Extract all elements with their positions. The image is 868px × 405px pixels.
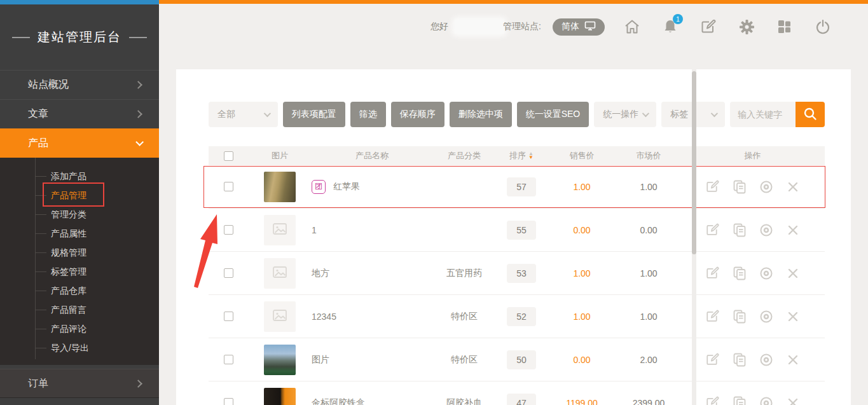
language-pill-button[interactable]: 简体	[553, 18, 605, 36]
copy-icon[interactable]	[733, 223, 747, 237]
edit-icon[interactable]	[706, 396, 720, 405]
sidebar-item-label: 文章	[28, 107, 48, 121]
product-thumbnail[interactable]	[264, 388, 296, 405]
view-icon[interactable]	[759, 180, 773, 194]
product-thumbnail[interactable]	[264, 258, 296, 289]
sale-price: 0.00	[573, 355, 590, 365]
row-checkbox[interactable]	[224, 268, 233, 278]
home-icon[interactable]	[624, 18, 640, 35]
select-all-checkbox[interactable]	[224, 151, 233, 161]
search-input[interactable]	[730, 102, 796, 127]
delete-icon[interactable]	[786, 310, 800, 324]
sort-value[interactable]: 52	[507, 307, 536, 326]
edit-icon[interactable]	[706, 353, 720, 367]
sort-arrows-icon[interactable]: ▲▼	[528, 152, 534, 160]
view-icon[interactable]	[759, 266, 773, 280]
delete-icon[interactable]	[786, 180, 800, 194]
filter-all-dropdown[interactable]: 全部	[209, 102, 278, 127]
submenu-item-label: 产品管理	[51, 190, 86, 200]
edit-icon[interactable]	[706, 266, 720, 280]
submenu-item[interactable]: 添加产品	[0, 167, 159, 186]
save-order-button[interactable]: 保存顺序	[391, 102, 444, 127]
sort-value[interactable]: 55	[507, 221, 536, 240]
header-sort[interactable]: 排序 ▲▼	[496, 150, 547, 161]
bell-icon[interactable]: 1	[662, 18, 679, 35]
power-icon[interactable]	[815, 18, 831, 35]
submenu-item-label: 导入/导出	[51, 343, 89, 353]
row-checkbox[interactable]	[224, 355, 233, 364]
submenu-item[interactable]: 产品属性	[0, 224, 159, 243]
content-panel: 全部 列表项配置 筛选 保存顺序 删除选中项 统一设置SEO 统一操作 标签	[176, 69, 851, 405]
batch-operation-dropdown[interactable]: 统一操作	[594, 102, 656, 127]
submenu-item-label: 管理分类	[51, 209, 86, 219]
top-header-bar: 您好 管理站点: 简体 1	[159, 4, 868, 67]
product-name[interactable]: 图片	[312, 354, 329, 366]
sidebar-item-orders[interactable]: 订单	[0, 369, 159, 398]
delete-icon[interactable]	[786, 266, 800, 280]
submenu-item[interactable]: 产品留言	[0, 300, 159, 319]
view-icon[interactable]	[759, 310, 773, 324]
sale-price: 0.00	[573, 225, 590, 235]
product-name[interactable]: 地方	[312, 268, 329, 279]
product-name[interactable]: 红苹果	[333, 181, 360, 193]
product-thumbnail[interactable]	[264, 301, 296, 332]
apps-grid-icon[interactable]	[776, 18, 793, 35]
table-row: 地方 五官用药 53 1.00 1.00	[209, 252, 825, 295]
sort-value[interactable]: 57	[507, 177, 536, 196]
copy-icon[interactable]	[733, 396, 747, 405]
copy-icon[interactable]	[733, 266, 747, 280]
product-thumbnail[interactable]	[264, 215, 296, 245]
submenu-item-product-management[interactable]: 产品管理	[0, 186, 159, 205]
edit-icon[interactable]	[700, 18, 717, 35]
edit-icon[interactable]	[706, 223, 720, 237]
row-checkbox[interactable]	[224, 182, 233, 191]
list-config-button[interactable]: 列表项配置	[283, 102, 345, 127]
sidebar-top-strip	[0, 0, 159, 4]
delete-icon[interactable]	[786, 223, 800, 237]
scrollbar-thumb[interactable]	[692, 71, 696, 254]
submenu-item-label: 添加产品	[51, 171, 86, 181]
sidebar-item-articles[interactable]: 文章	[0, 99, 159, 128]
edit-icon[interactable]	[706, 310, 720, 324]
delete-icon[interactable]	[786, 396, 800, 405]
product-thumbnail[interactable]	[264, 345, 296, 375]
product-name[interactable]: 金标阿胶铁盒	[312, 397, 365, 405]
delete-icon[interactable]	[786, 353, 800, 367]
view-icon[interactable]	[759, 353, 773, 367]
filter-button[interactable]: 筛选	[350, 102, 386, 127]
view-icon[interactable]	[759, 396, 773, 405]
chevron-right-icon	[134, 110, 142, 118]
product-name[interactable]: 1	[312, 225, 317, 235]
row-checkbox[interactable]	[224, 225, 233, 235]
sidebar-item-site-overview[interactable]: 站点概况	[0, 70, 159, 99]
view-icon[interactable]	[759, 223, 773, 237]
row-checkbox[interactable]	[224, 312, 233, 321]
seo-settings-button[interactable]: 统一设置SEO	[517, 102, 589, 127]
sort-value[interactable]: 47	[507, 394, 536, 405]
search-button[interactable]	[796, 102, 825, 127]
row-checkbox[interactable]	[224, 398, 233, 405]
submenu-item[interactable]: 管理分类	[0, 205, 159, 224]
header-sale-price: 销售价	[547, 150, 617, 161]
sidebar-item-products[interactable]: 产品	[0, 128, 159, 158]
header-image: 图片	[248, 150, 312, 161]
submenu-item[interactable]: 导入/导出	[0, 338, 159, 357]
submenu-item[interactable]: 标签管理	[0, 262, 159, 281]
sort-value[interactable]: 53	[507, 264, 536, 283]
product-thumbnail[interactable]	[264, 172, 296, 202]
sort-value[interactable]: 50	[507, 350, 536, 369]
submenu-item[interactable]: 产品评论	[0, 319, 159, 338]
main-area: 您好 管理站点: 简体 1	[159, 0, 868, 405]
edit-icon[interactable]	[706, 180, 720, 194]
submenu-item[interactable]: 产品仓库	[0, 281, 159, 300]
product-name[interactable]: 12345	[312, 312, 336, 322]
delete-selected-button[interactable]: 删除选中项	[450, 102, 512, 127]
copy-icon[interactable]	[733, 180, 747, 194]
copy-icon[interactable]	[733, 353, 747, 367]
chevron-right-icon	[134, 81, 142, 89]
submenu-item[interactable]: 规格管理	[0, 243, 159, 262]
batch-operation-label: 统一操作	[603, 109, 638, 120]
gear-icon[interactable]	[738, 18, 755, 35]
copy-icon[interactable]	[733, 310, 747, 324]
notification-badge: 1	[673, 14, 683, 24]
